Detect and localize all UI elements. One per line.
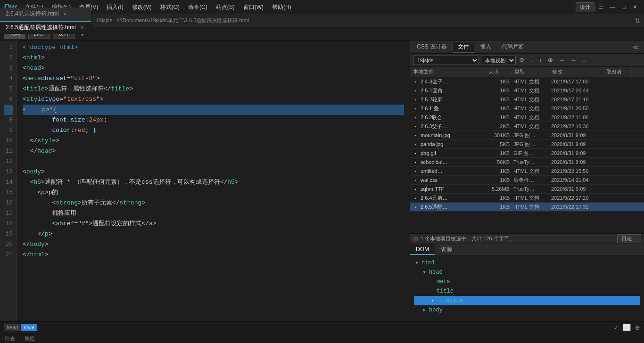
header-type: 类型 xyxy=(512,67,549,77)
put-file-icon[interactable]: ↑ xyxy=(537,56,545,65)
connect-icon[interactable]: ⊕ xyxy=(546,56,555,65)
menu-item[interactable]: 插入(I) xyxy=(103,2,127,12)
file-item[interactable]: ▪ 2.6.2联合… 1KB HTML 文档 2021/9/22 11:06 xyxy=(410,113,644,122)
file-size: 1KB xyxy=(486,114,512,120)
options-icon[interactable]: ≡ xyxy=(580,56,588,65)
sync-icon[interactable]: ⇅ xyxy=(631,17,644,24)
file-modified: 2021/9/14 21:04 xyxy=(549,177,603,183)
menu-item[interactable]: 修改(M) xyxy=(128,2,156,12)
file-item[interactable]: ▪ mountain.jpg 301KB JPG 图… 2020/8/31 9:… xyxy=(410,131,644,140)
editor-tab[interactable]: 2.6.5通配符属性选择符.html✕ xyxy=(0,21,91,34)
file-item[interactable]: ▪ 2.5-2轮廓… 1KB HTML 文档 2021/9/17 21:18 xyxy=(410,95,644,104)
dom-add-child-button[interactable]: + xyxy=(429,297,437,304)
device-icon[interactable]: ⬜ xyxy=(623,324,631,331)
right-panel-tab[interactable]: 文件 xyxy=(453,41,474,53)
code-line: </head> xyxy=(23,146,404,156)
refresh-icon[interactable]: ⟳ xyxy=(518,56,527,65)
log-button[interactable]: 日志… xyxy=(617,234,641,243)
code-content[interactable]: <!doctype html><html><head><meta charset… xyxy=(17,41,410,321)
dom-expand-icon[interactable]: ▼ xyxy=(414,261,420,266)
dom-tree-node[interactable]: meta xyxy=(414,277,640,286)
code-line: <a href="#">通配符设定的样式</a> xyxy=(23,219,404,229)
expand-icon[interactable]: → xyxy=(557,56,567,65)
file-name: ▪ 2.6.5通配… xyxy=(410,204,486,211)
file-type: 层叠样… xyxy=(512,177,549,184)
header-checkout: 取出者 xyxy=(603,67,632,77)
dom-tab[interactable]: 资源 xyxy=(435,244,458,255)
design-button[interactable]: 设计 xyxy=(576,2,594,12)
menu-item[interactable]: 站点(S) xyxy=(212,2,239,12)
view-select[interactable]: 本地视图 xyxy=(481,56,516,65)
file-size: 5.26MB xyxy=(486,186,512,192)
file-type-icon: ▪ xyxy=(412,141,419,147)
menu-item[interactable]: 命令(C) xyxy=(184,2,211,12)
file-type-icon: ▪ xyxy=(412,96,419,103)
file-size: 1KB xyxy=(486,150,512,156)
code-editor[interactable]: 123456789101112131415161718192021 <!doct… xyxy=(0,41,410,321)
file-item[interactable]: ▪ wai.css 1KB 层叠样… 2021/9/14 21:04 xyxy=(410,176,644,185)
dom-expand-icon[interactable]: ▶ xyxy=(421,307,427,313)
file-modified: 2021/9/17 21:18 xyxy=(549,97,603,102)
right-panel-tab[interactable]: 代码片断 xyxy=(497,41,529,52)
file-item[interactable]: ▪ pbg.gif 1KB GIF 图… 2020/8/31 9:09 xyxy=(410,149,644,158)
menu-item[interactable]: 帮助(H) xyxy=(268,2,295,12)
header-name: 本地文件 xyxy=(410,67,486,77)
file-type-icon: ▪ xyxy=(412,132,419,139)
dom-tree-node[interactable]: ▶body xyxy=(414,305,640,315)
file-item[interactable]: ▪ schoolbul… 56KB TrueTy… 2020/8/31 9:09 xyxy=(410,158,644,167)
right-panel-tab[interactable]: 插入 xyxy=(475,41,496,52)
menu-item[interactable]: 窗口(W) xyxy=(239,2,267,12)
right-panel-tab[interactable]: CSS 设计器 xyxy=(412,41,452,52)
dom-tab[interactable]: DOM xyxy=(410,244,435,255)
code-line: <html> xyxy=(23,53,404,63)
file-item[interactable]: ▪ zqhm.TTF 5.26MB TrueTy… 2020/8/31 9:09 xyxy=(410,185,644,194)
file-size: 1KB xyxy=(486,195,512,201)
close-button[interactable]: ✕ xyxy=(630,2,640,12)
tab-close-icon[interactable]: ✕ xyxy=(79,24,85,31)
code-line: font-size:24px; xyxy=(23,115,404,125)
file-size: 1KB xyxy=(486,106,512,111)
file-name: ▪ 2.6.3父子… xyxy=(410,123,486,130)
file-item[interactable]: ▪ 2.6.5通配… 1KB HTML 文档 2021/9/22 17:32 xyxy=(410,203,644,212)
maximize-button[interactable]: □ xyxy=(619,2,629,12)
collapse-icon[interactable]: ← xyxy=(569,56,578,65)
file-item[interactable]: ▪ panda.jpg 5KB JPG 图… 2020/8/31 9:09 xyxy=(410,140,644,149)
file-item[interactable]: ▪ 2.6.4兄弟… 1KB HTML 文档 2021/9/22 17:20 xyxy=(410,194,644,203)
output-tab-out[interactable]: 出去 xyxy=(0,333,20,343)
dom-tree-node[interactable]: ▼head xyxy=(414,268,640,277)
file-type-icon: ▪ xyxy=(412,195,419,201)
file-name: ▪ 2.5-2轮廓… xyxy=(410,96,486,103)
dom-tree-node[interactable]: +style xyxy=(414,296,640,305)
minimize-button[interactable]: — xyxy=(607,2,618,12)
get-file-icon[interactable]: ↓ xyxy=(528,56,536,65)
file-item[interactable]: ▪ 2.5-1圆角… 1KB HTML 文档 2021/9/17 20:44 xyxy=(410,86,644,95)
file-name: ▪ wai.css xyxy=(410,177,486,183)
menu-item[interactable]: 格式(O) xyxy=(157,2,183,12)
right-panel-collapse[interactable]: ≪ xyxy=(629,43,642,51)
right-panel-tabs: CSS 设计器文件插入代码片断≪ xyxy=(410,41,644,54)
breadcrumb-tag[interactable]: style xyxy=(21,324,37,331)
dom-tree-node[interactable]: title xyxy=(414,286,640,296)
toolbar: 代码 拆分 设计 ▼ xyxy=(0,27,644,41)
file-item[interactable]: ▪ untitled… 1KB HTML 文档 2021/9/22 15:50 xyxy=(410,167,644,176)
globe-icon[interactable]: ⊕ xyxy=(635,324,640,331)
editor-tab[interactable]: 2.6.4兄弟选择符.html✕ xyxy=(0,8,91,21)
output-tab-properties[interactable]: 属性 xyxy=(20,333,40,343)
file-item[interactable]: ▪ 2.4-3盒子… 1KB HTML 文档 2021/9/17 17:03 xyxy=(410,77,644,86)
file-item[interactable]: ▪ 2.6.1-叠… 1KB HTML 文档 2021/9/21 20:58 xyxy=(410,104,644,113)
file-name: ▪ panda.jpg xyxy=(410,141,486,147)
file-name: ▪ 2.6.1-叠… xyxy=(410,105,486,112)
bottom-bar: headstyle ✓ ⬜ ⊕ xyxy=(0,321,644,333)
file-modified: 2020/8/31 9:09 xyxy=(549,159,603,165)
breadcrumb-tag[interactable]: head xyxy=(4,324,21,331)
file-item[interactable]: ▪ 2.6.3父子… 2KB HTML 文档 2021/9/22 16:36 xyxy=(410,122,644,131)
tab-close-icon[interactable]: ✕ xyxy=(62,11,68,17)
dom-tree-node[interactable]: ▼html xyxy=(414,258,640,268)
status-sync-icon[interactable]: ⊙ xyxy=(413,235,419,243)
dom-expand-icon[interactable]: ▼ xyxy=(421,270,427,275)
code-line: <p>p的 xyxy=(23,188,404,198)
check-icon[interactable]: ✓ xyxy=(613,324,619,331)
site-select[interactable]: 19jsjds xyxy=(413,56,479,65)
code-line: 都将应用 xyxy=(23,208,404,219)
file-type: GIF 图… xyxy=(512,150,549,157)
